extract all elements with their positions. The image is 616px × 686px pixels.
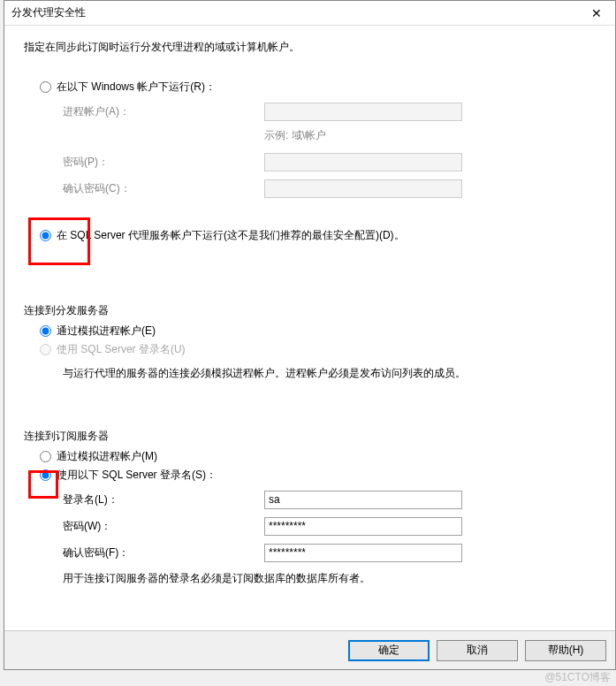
confirm-password-input — [264, 179, 462, 198]
radio-dist-impersonate[interactable]: 通过模拟进程帐户(E) — [40, 324, 596, 339]
security-dialog: 分发代理安全性 ✕ 指定在同步此订阅时运行分发代理进程的域或计算机帐户。 在以下… — [4, 0, 616, 670]
distributor-section-header: 连接到分发服务器 — [24, 303, 596, 318]
instruction-text: 指定在同步此订阅时运行分发代理进程的域或计算机帐户。 — [24, 40, 596, 55]
radio-sub-sqllogin-input[interactable] — [40, 469, 51, 481]
password-row: 密码(P)： — [63, 152, 596, 172]
radio-sub-impersonate-input[interactable] — [40, 451, 51, 462]
radio-sub-sqllogin[interactable]: 使用以下 SQL Server 登录名(S)： — [40, 468, 596, 483]
ok-button[interactable]: 确定 — [348, 640, 430, 661]
watermark: @51CTO博客 — [544, 670, 611, 685]
titlebar: 分发代理安全性 ✕ — [4, 1, 615, 26]
radio-dist-sqllogin: 使用 SQL Server 登录名(U) — [40, 342, 596, 357]
radio-windows-label: 在以下 Windows 帐户下运行(R)： — [57, 80, 216, 95]
password-label: 密码(P)： — [63, 155, 264, 170]
sub-confirm-row: 确认密码(F)： — [63, 543, 596, 562]
cancel-button[interactable]: 取消 — [437, 640, 518, 661]
login-row: 登录名(L)： — [63, 490, 596, 509]
radio-dist-sqllogin-input — [40, 344, 51, 355]
distributor-note: 与运行代理的服务器的连接必须模拟进程帐户。进程帐户必须是发布访问列表的成员。 — [63, 366, 596, 381]
confirm-password-row: 确认密码(C)： — [63, 179, 596, 198]
radio-dist-impersonate-input[interactable] — [40, 325, 51, 337]
sub-password-label: 密码(W)： — [63, 519, 264, 534]
account-hint: 示例: 域\帐户 — [264, 128, 596, 143]
radio-dist-impersonate-label: 通过模拟进程帐户(E) — [57, 324, 156, 339]
confirm-password-label: 确认密码(C)： — [63, 181, 264, 196]
close-icon[interactable]: ✕ — [578, 1, 615, 26]
sub-password-row: 密码(W)： — [63, 516, 596, 536]
radio-windows-input[interactable] — [40, 81, 51, 93]
radio-dist-sqllogin-label: 使用 SQL Server 登录名(U) — [57, 342, 186, 357]
sub-confirm-label: 确认密码(F)： — [63, 545, 264, 560]
login-label: 登录名(L)： — [63, 492, 264, 507]
process-account-input — [264, 103, 462, 121]
radio-windows-account[interactable]: 在以下 Windows 帐户下运行(R)： — [40, 80, 596, 95]
help-button[interactable]: 帮助(H) — [525, 640, 606, 661]
sub-confirm-input[interactable] — [264, 544, 462, 562]
password-input — [264, 153, 462, 172]
process-account-row: 进程帐户(A)： — [63, 102, 596, 121]
radio-sqlserver-input[interactable] — [40, 230, 51, 241]
login-input[interactable] — [264, 491, 462, 509]
radio-sub-impersonate[interactable]: 通过模拟进程帐户(M) — [40, 449, 596, 464]
dialog-title: 分发代理安全性 — [11, 5, 86, 20]
button-bar: 确定 取消 帮助(H) — [4, 630, 615, 669]
process-account-label: 进程帐户(A)： — [63, 104, 264, 119]
subscriber-note: 用于连接订阅服务器的登录名必须是订阅数据库的数据库所有者。 — [63, 571, 596, 586]
radio-sub-impersonate-label: 通过模拟进程帐户(M) — [57, 449, 157, 464]
radio-sub-sqllogin-label: 使用以下 SQL Server 登录名(S)： — [57, 468, 217, 483]
radio-sqlserver-label: 在 SQL Server 代理服务帐户下运行(这不是我们推荐的最佳安全配置)(D… — [57, 228, 405, 243]
subscriber-section-header: 连接到订阅服务器 — [24, 429, 596, 444]
radio-sqlserver-agent[interactable]: 在 SQL Server 代理服务帐户下运行(这不是我们推荐的最佳安全配置)(D… — [40, 228, 596, 243]
dialog-content: 指定在同步此订阅时运行分发代理进程的域或计算机帐户。 在以下 Windows 帐… — [4, 26, 615, 630]
sub-password-input[interactable] — [264, 517, 462, 536]
